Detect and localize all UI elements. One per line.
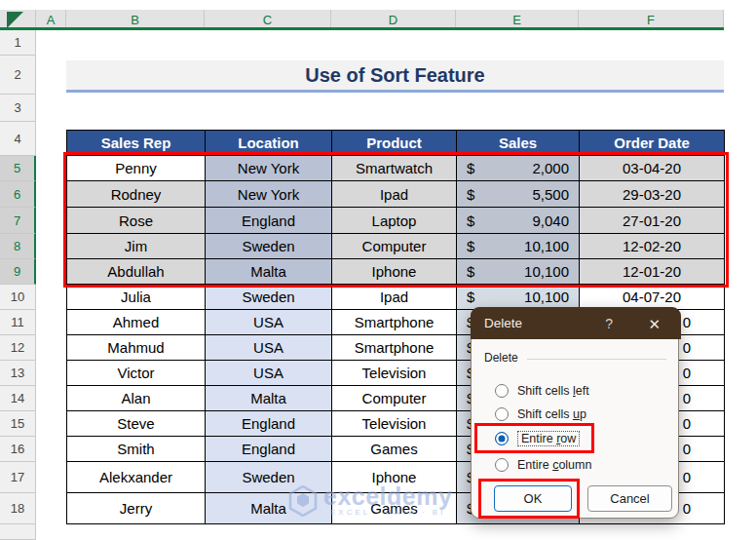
row-header-15[interactable]: 15 xyxy=(0,411,36,437)
row-header-4[interactable]: 4 xyxy=(0,122,36,156)
row-header-11[interactable]: 11 xyxy=(0,310,36,335)
help-icon[interactable]: ? xyxy=(605,308,613,340)
cell-location[interactable]: Sweden xyxy=(206,285,332,310)
selected-columns-underline xyxy=(0,27,724,30)
cell-location[interactable]: Malta xyxy=(206,386,332,411)
cell-product[interactable]: Television xyxy=(332,411,457,437)
row-header-13[interactable]: 13 xyxy=(0,361,36,386)
row-header-8[interactable]: 8 xyxy=(0,234,36,259)
currency-symbol: $ xyxy=(467,289,474,305)
radio-icon[interactable] xyxy=(495,407,509,421)
radio-icon[interactable] xyxy=(495,458,509,472)
cancel-button[interactable]: Cancel xyxy=(587,485,672,512)
cell-sales-rep[interactable]: Smith xyxy=(67,437,206,462)
radio-icon[interactable] xyxy=(495,384,509,398)
row-header-9[interactable]: 9 xyxy=(0,259,36,285)
row-header-partial[interactable] xyxy=(0,524,36,540)
excel-window: A B C D E F 123456789101112131415161718 … xyxy=(0,0,756,540)
annotation-box-ok xyxy=(478,479,580,519)
cell-sales-rep[interactable]: Victor xyxy=(67,361,206,386)
cell-product[interactable]: Games xyxy=(332,437,457,462)
close-icon[interactable]: ✕ xyxy=(642,308,666,340)
row-header-1[interactable]: 1 xyxy=(0,30,36,56)
delete-dialog: Delete ? ✕ Delete Shift cells left Shift… xyxy=(471,307,679,519)
delete-group-label: Delete xyxy=(484,351,518,365)
cell-location[interactable]: USA xyxy=(206,335,332,361)
exceldemy-logo-icon xyxy=(288,485,318,517)
group-separator-line xyxy=(527,359,666,360)
sheet-title-cell[interactable]: Use of Sort Feature xyxy=(66,60,724,93)
exceldemy-watermark: exceldemy EXCEL · DATA · BI xyxy=(288,484,452,517)
option-entire-column[interactable]: Entire column xyxy=(495,455,591,475)
cell-sales-rep[interactable]: Ahmed xyxy=(67,310,206,335)
cell-location[interactable]: England xyxy=(206,411,332,437)
cell-sales-rep[interactable]: Mahmud xyxy=(67,335,206,361)
cell-location[interactable]: USA xyxy=(206,310,332,335)
cell-sales-rep[interactable]: Julia xyxy=(67,285,206,310)
row-header-16[interactable]: 16 xyxy=(0,437,36,462)
cell-product[interactable]: Ipad xyxy=(332,285,457,310)
row-header-18[interactable]: 18 xyxy=(0,493,36,524)
row-header-12[interactable]: 12 xyxy=(0,335,36,361)
row-header-5[interactable]: 5 xyxy=(0,156,36,181)
option-shift-cells-up[interactable]: Shift cells up xyxy=(495,405,586,424)
row-header-14[interactable]: 14 xyxy=(0,386,36,411)
cell-sales-rep[interactable]: Steve xyxy=(67,411,206,437)
cell-sales-rep[interactable]: Alan xyxy=(67,386,206,411)
cell-sales-rep[interactable]: Alekxander xyxy=(67,462,206,493)
annotation-box-rows-5-9 xyxy=(63,152,729,288)
sales-value: 10,100 xyxy=(524,289,569,305)
cell-product[interactable]: Smartphone xyxy=(332,335,457,361)
option-shift-cells-left[interactable]: Shift cells left xyxy=(495,381,589,401)
select-all-triangle-icon xyxy=(7,12,23,28)
cell-product[interactable]: Computer xyxy=(332,386,457,411)
cell-location[interactable]: USA xyxy=(206,361,332,386)
watermark-tagline: EXCEL · DATA · BI xyxy=(330,508,445,517)
cell-location[interactable]: England xyxy=(206,437,332,462)
cell-sales-rep[interactable]: Jerry xyxy=(67,493,206,524)
cell-product[interactable]: Television xyxy=(332,361,457,386)
annotation-box-entire-row xyxy=(474,423,594,453)
row-header-3[interactable]: 3 xyxy=(0,95,36,122)
row-header-17[interactable]: 17 xyxy=(0,462,36,493)
row-header-7[interactable]: 7 xyxy=(0,208,36,234)
row-header-10[interactable]: 10 xyxy=(0,285,36,310)
row-header-6[interactable]: 6 xyxy=(0,181,36,208)
row-header-2[interactable]: 2 xyxy=(0,56,36,95)
dialog-title: Delete xyxy=(471,316,522,330)
cell-product[interactable]: Smartphone xyxy=(332,310,457,335)
watermark-brand: exceldemy xyxy=(323,484,452,508)
